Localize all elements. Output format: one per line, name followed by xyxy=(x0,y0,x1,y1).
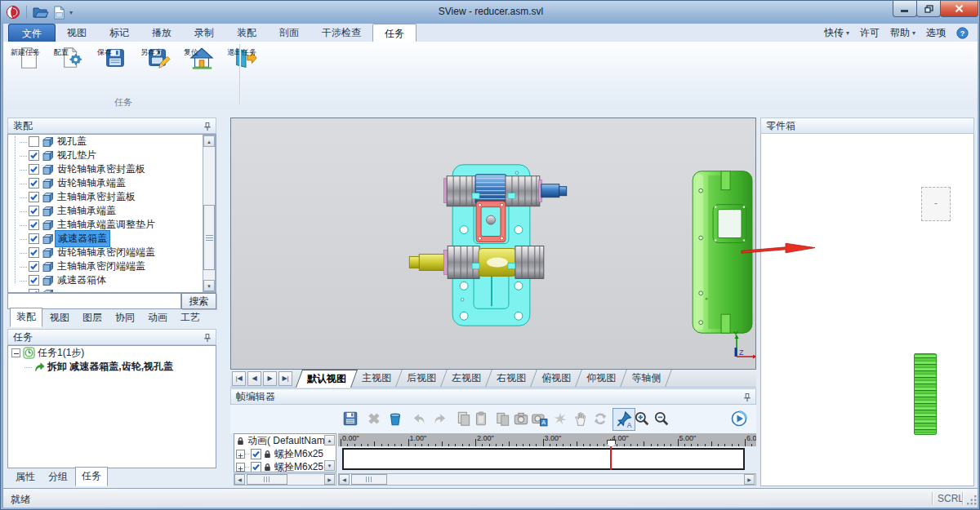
zoom-in-tool-icon[interactable] xyxy=(633,410,651,428)
view-tab[interactable]: 等轴侧 xyxy=(621,370,672,387)
copy-tool-icon[interactable] xyxy=(455,410,473,428)
part-thumbnail-placeholder[interactable]: - xyxy=(921,187,951,221)
scroll-up-icon[interactable]: ▲ xyxy=(203,135,215,147)
redo-tool-icon[interactable] xyxy=(430,410,448,428)
assembly-tree-row[interactable]: 齿轮轴轴承密封盖板 xyxy=(8,162,216,176)
view-tab[interactable]: 仰视图 xyxy=(576,370,627,387)
menu-item[interactable]: 许可 xyxy=(860,26,880,40)
part-checkbox[interactable] xyxy=(29,192,39,202)
ribbon-tab[interactable]: 文件 xyxy=(8,24,56,42)
scroll-right-icon[interactable]: ▶ xyxy=(744,474,755,485)
ribbon-tab[interactable]: 播放 xyxy=(140,24,183,42)
scroll-right-icon[interactable]: ▶ xyxy=(324,474,335,485)
refresh-tool-icon[interactable] xyxy=(591,410,609,428)
part-checkbox[interactable] xyxy=(29,275,39,286)
menu-item[interactable]: 帮助▾ xyxy=(890,26,915,40)
ribbon-tab[interactable]: 录制 xyxy=(183,24,225,42)
item-checkbox[interactable] xyxy=(251,449,261,459)
part-checkbox[interactable] xyxy=(29,136,39,147)
spray-tool-icon[interactable] xyxy=(551,410,569,428)
panel-tab[interactable]: 图层 xyxy=(77,309,108,327)
part-checkbox[interactable] xyxy=(29,220,39,230)
scroll-thumb[interactable] xyxy=(203,205,215,270)
help-icon[interactable]: ? xyxy=(956,27,969,39)
timeline-playhead[interactable] xyxy=(610,446,612,470)
part-checkbox[interactable] xyxy=(29,206,39,216)
scroll-left-icon[interactable]: ◀ xyxy=(339,474,350,485)
collapse-icon[interactable] xyxy=(11,348,20,357)
menu-item[interactable]: 快传▾ xyxy=(824,26,849,40)
assembly-tree-row[interactable]: 齿轮轴轴承端盖 xyxy=(8,176,216,190)
resize-grip[interactable] xyxy=(965,494,978,506)
paste-tool-icon[interactable] xyxy=(472,410,490,428)
save-task-button[interactable]: 保存 xyxy=(95,44,136,72)
save-tool-icon[interactable] xyxy=(341,410,359,428)
exit-task-button[interactable]: 退出任务 xyxy=(225,44,265,72)
assembly-tree-row[interactable]: 主轴轴承端盖调整垫片 xyxy=(8,218,216,232)
assembly-tree-row[interactable]: 主轴轴承端盖 xyxy=(8,204,216,218)
panel-tab[interactable]: 动画 xyxy=(142,309,173,327)
view-tab[interactable]: 俯视图 xyxy=(531,370,582,387)
assembly-tree-row[interactable]: 主轴轴承密闭端端盖 xyxy=(8,259,216,273)
panel-tab[interactable]: 装配 xyxy=(10,308,42,327)
pin-icon[interactable] xyxy=(203,333,212,343)
pin-a-tool-icon[interactable]: A xyxy=(612,408,635,431)
part-checkbox[interactable] xyxy=(29,164,39,175)
animation-item-row[interactable]: 螺拴M6x25 xyxy=(234,460,336,472)
part-checkbox[interactable] xyxy=(29,247,39,258)
panel-tab[interactable]: 分组 xyxy=(42,468,74,486)
qa-dropdown-icon[interactable]: ▾ xyxy=(69,9,73,16)
part-label[interactable]: 减速器箱体 xyxy=(55,273,109,288)
task-step-row[interactable]: 拆卸 减速器箱盖,齿轮,视孔盖 xyxy=(8,360,216,374)
ribbon-tab[interactable]: 任务 xyxy=(372,24,416,42)
new-task-button[interactable]: 新建任务 xyxy=(8,44,49,72)
assembly-tree-row[interactable]: 视孔盖 xyxy=(8,135,216,149)
panel-tab[interactable]: 协同 xyxy=(109,309,140,327)
last-view-icon[interactable]: ▶| xyxy=(278,371,292,386)
search-button[interactable]: 搜索 xyxy=(181,293,216,309)
duplicate-tool-icon[interactable] xyxy=(494,410,512,428)
part-checkbox[interactable] xyxy=(29,261,39,272)
panel-tab[interactable]: 工艺 xyxy=(175,309,206,327)
save-as-button[interactable]: 另存为 xyxy=(138,44,179,72)
hand-tool-icon[interactable] xyxy=(572,410,590,428)
prev-view-icon[interactable]: ◀ xyxy=(247,371,261,386)
scroll-thumb[interactable] xyxy=(247,474,287,485)
scroll-up-icon[interactable]: ▲ xyxy=(324,435,335,446)
ribbon-tab[interactable]: 装配 xyxy=(225,24,268,42)
trash-tool-icon[interactable] xyxy=(386,410,404,428)
app-logo-icon[interactable] xyxy=(6,5,20,20)
assembly-tree-row[interactable]: 减速器箱盖 xyxy=(8,232,216,246)
restore-button[interactable] xyxy=(916,1,941,17)
open-file-icon[interactable] xyxy=(33,6,49,19)
view-tab[interactable]: 后视图 xyxy=(396,370,448,387)
title-bar[interactable]: ▾ SView - reducer.asm.svl xyxy=(1,1,980,24)
view-tab[interactable]: 右视图 xyxy=(486,370,537,387)
camera-tool-icon[interactable] xyxy=(512,410,530,428)
assembly-tree-row[interactable]: 减速器箱体 xyxy=(8,273,216,287)
expand-icon[interactable] xyxy=(236,463,245,472)
gear-part-thumbnail[interactable] xyxy=(914,353,937,435)
timeline-hscrollbar[interactable] xyxy=(338,473,756,486)
next-view-icon[interactable]: ▶ xyxy=(263,371,277,386)
ribbon-tab[interactable]: 剖面 xyxy=(268,24,310,42)
part-checkbox[interactable] xyxy=(29,233,39,244)
camera-a-tool-icon[interactable]: A xyxy=(530,410,548,428)
pin-icon[interactable] xyxy=(203,122,212,131)
zoom-out-tool-icon[interactable] xyxy=(653,410,670,428)
panel-tab[interactable]: 任务 xyxy=(75,467,108,486)
animation-root-row[interactable]: 动画( DefaultName xyxy=(234,434,336,447)
scroll-thumb[interactable] xyxy=(351,474,387,485)
assembly-tree-row[interactable]: 视孔垫片 xyxy=(8,149,216,162)
expand-icon[interactable] xyxy=(236,450,245,459)
pin-icon[interactable] xyxy=(742,392,752,402)
ribbon-tab[interactable]: 视图 xyxy=(56,24,98,42)
ribbon-tab[interactable]: 干涉检查 xyxy=(310,24,372,42)
assembly-tree-row[interactable]: 齿轮轴轴承密闭端端盖 xyxy=(8,246,216,259)
panel-tab[interactable]: 视图 xyxy=(44,309,75,327)
view-tab[interactable]: 默认视图 xyxy=(296,370,358,388)
undo-tool-icon[interactable] xyxy=(411,410,429,428)
scroll-down-icon[interactable]: ▼ xyxy=(203,280,215,291)
panel-tab[interactable]: 属性 xyxy=(10,468,41,486)
viewport-3d-model[interactable]: Y Z xyxy=(231,118,755,369)
